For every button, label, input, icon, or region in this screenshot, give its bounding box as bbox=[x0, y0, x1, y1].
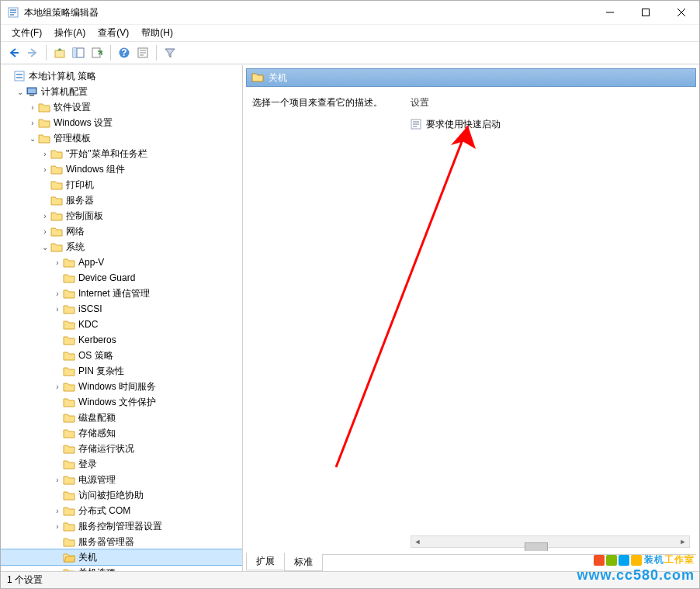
tree-pin-complexity[interactable]: ›PIN 复杂性 bbox=[1, 363, 242, 379]
folder-icon bbox=[50, 163, 63, 175]
tree-os-policy[interactable]: ›OS 策略 bbox=[1, 348, 242, 363]
tree-pane[interactable]: ▸本地计算机 策略 ⌄计算机配置 ›软件设置 ›Windows 设置 ⌄管理模板… bbox=[1, 65, 243, 571]
tree-label: 服务控制管理器设置 bbox=[78, 520, 162, 533]
tree-label: 分布式 COM bbox=[78, 504, 130, 518]
horizontal-scrollbar[interactable]: ◄ ► bbox=[411, 535, 690, 548]
tree-server[interactable]: ›服务器 bbox=[1, 192, 242, 208]
setting-label: 要求使用快速启动 bbox=[426, 118, 501, 131]
folder-icon bbox=[63, 520, 75, 532]
tree-storage-sense[interactable]: ›存储感知 bbox=[1, 425, 242, 441]
app-window: 本地组策略编辑器 文件(F) 操作(A) 查看(V) 帮助(H) ? bbox=[0, 0, 700, 589]
policy-tree[interactable]: ▸本地计算机 策略 ⌄计算机配置 ›软件设置 ›Windows 设置 ⌄管理模板… bbox=[1, 68, 242, 571]
menu-file[interactable]: 文件(F) bbox=[5, 25, 48, 41]
tree-scm-settings[interactable]: ›服务控制管理器设置 bbox=[1, 518, 242, 534]
folder-icon bbox=[50, 194, 63, 206]
tree-kdc[interactable]: ›KDC bbox=[1, 317, 242, 332]
tree-dcom[interactable]: ›分布式 COM bbox=[1, 503, 242, 518]
tree-internet-comm[interactable]: ›Internet 通信管理 bbox=[1, 286, 242, 301]
tree-deny-assist[interactable]: ›访问被拒绝协助 bbox=[1, 487, 242, 503]
tree-label: 登录 bbox=[78, 458, 97, 471]
folder-icon bbox=[63, 427, 75, 439]
window-title: 本地组策略编辑器 bbox=[24, 6, 592, 19]
tree-label: Windows 时间服务 bbox=[78, 380, 156, 393]
detail-pane: 关机 选择一个项目来查看它的描述。 设置 要求使用快速启动 ◄ ► bbox=[243, 65, 699, 571]
maximize-button[interactable] bbox=[628, 1, 664, 24]
menu-help[interactable]: 帮助(H) bbox=[135, 25, 179, 41]
tree-disk-quota[interactable]: ›磁盘配额 bbox=[1, 410, 242, 425]
tree-shutdown[interactable]: ›关机 bbox=[1, 549, 242, 565]
setting-item-fast-startup[interactable]: 要求使用快速启动 bbox=[411, 117, 690, 131]
tree-windows-settings[interactable]: ›Windows 设置 bbox=[1, 115, 242, 130]
menu-view[interactable]: 查看(V) bbox=[92, 25, 135, 41]
tree-computer-config[interactable]: ⌄计算机配置 bbox=[1, 84, 242, 99]
tree-control-panel[interactable]: ›控制面板 bbox=[1, 208, 242, 223]
tree-shutdown-options[interactable]: ›关机选项 bbox=[1, 565, 242, 571]
tree-windows-file-protect[interactable]: ›Windows 文件保护 bbox=[1, 394, 242, 410]
tree-label: 存储感知 bbox=[78, 427, 116, 440]
status-text: 1 个设置 bbox=[7, 573, 43, 587]
tree-label: iSCSI bbox=[78, 303, 102, 314]
folder-icon bbox=[38, 132, 50, 144]
folder-icon bbox=[63, 396, 75, 408]
tree-storage-health[interactable]: ›存储运行状况 bbox=[1, 441, 242, 456]
tree-label: 软件设置 bbox=[54, 101, 91, 114]
filter-button[interactable] bbox=[161, 44, 178, 61]
tree-label: 本地计算机 策略 bbox=[29, 70, 96, 83]
tree-logon[interactable]: ›登录 bbox=[1, 456, 242, 472]
tree-label: KDC bbox=[78, 319, 98, 330]
content-area: ▸本地计算机 策略 ⌄计算机配置 ›软件设置 ›Windows 设置 ⌄管理模板… bbox=[1, 64, 699, 571]
tree-label: 计算机配置 bbox=[41, 85, 88, 99]
scroll-thumb[interactable] bbox=[525, 542, 548, 551]
tree-label: Windows 设置 bbox=[54, 116, 113, 130]
tree-start-taskbar[interactable]: ›"开始"菜单和任务栏 bbox=[1, 146, 242, 161]
folder-icon bbox=[63, 318, 75, 331]
folder-icon bbox=[50, 147, 63, 160]
tree-admin-templates[interactable]: ⌄管理模板 bbox=[1, 130, 242, 146]
tree-server-mgr[interactable]: ›服务器管理器 bbox=[1, 534, 242, 549]
folder-icon bbox=[63, 349, 75, 362]
folder-icon bbox=[50, 225, 63, 237]
tree-printers[interactable]: ›打印机 bbox=[1, 177, 242, 192]
export-button[interactable] bbox=[88, 44, 106, 61]
tree-system[interactable]: ⌄系统 bbox=[1, 239, 242, 255]
tree-label: Device Guard bbox=[78, 272, 135, 283]
properties-button[interactable] bbox=[134, 44, 151, 61]
tree-kerberos[interactable]: ›Kerberos bbox=[1, 332, 242, 348]
tree-iscsi[interactable]: ›iSCSI bbox=[1, 301, 242, 317]
back-button[interactable] bbox=[5, 44, 23, 61]
tab-extended[interactable]: 扩展 bbox=[246, 553, 285, 570]
tree-label: Kerberos bbox=[78, 334, 116, 345]
tree-windows-time[interactable]: ›Windows 时间服务 bbox=[1, 379, 242, 394]
menu-action[interactable]: 操作(A) bbox=[48, 25, 92, 41]
tree-label: 管理模板 bbox=[54, 132, 91, 145]
minimize-button[interactable] bbox=[592, 1, 628, 24]
tree-software-settings[interactable]: ›软件设置 bbox=[1, 99, 242, 115]
description-column: 选择一个项目来查看它的描述。 bbox=[246, 93, 404, 551]
folder-icon bbox=[50, 241, 63, 253]
folder-icon bbox=[63, 287, 75, 300]
help-button[interactable]: ? bbox=[116, 44, 133, 61]
tree-root[interactable]: ▸本地计算机 策略 bbox=[1, 68, 242, 84]
tree-label: 服务器 bbox=[66, 194, 94, 207]
tree-label: 访问被拒绝协助 bbox=[78, 489, 144, 502]
scroll-right-icon[interactable]: ► bbox=[677, 538, 689, 546]
policy-icon bbox=[13, 70, 26, 82]
svg-rect-1 bbox=[10, 9, 16, 11]
scroll-left-icon[interactable]: ◄ bbox=[411, 538, 424, 546]
tree-appv[interactable]: ›App-V bbox=[1, 255, 242, 270]
folder-icon bbox=[38, 101, 50, 113]
forward-button[interactable] bbox=[24, 44, 41, 61]
close-button[interactable] bbox=[664, 1, 699, 24]
tree-device-guard[interactable]: ›Device Guard bbox=[1, 270, 242, 286]
detail-tabs: 扩展 标准 bbox=[246, 554, 696, 571]
tree-power-mgmt[interactable]: ›电源管理 bbox=[1, 472, 242, 487]
tree-windows-components[interactable]: ›Windows 组件 bbox=[1, 161, 242, 177]
up-button[interactable] bbox=[51, 44, 68, 61]
tree-label: Internet 通信管理 bbox=[78, 287, 150, 300]
detail-title: 关机 bbox=[269, 71, 287, 85]
folder-icon bbox=[63, 473, 75, 486]
show-hide-tree-button[interactable] bbox=[70, 44, 87, 61]
tab-standard[interactable]: 标准 bbox=[284, 554, 323, 571]
settings-header: 设置 bbox=[411, 96, 690, 109]
tree-network[interactable]: ›网络 bbox=[1, 223, 242, 239]
